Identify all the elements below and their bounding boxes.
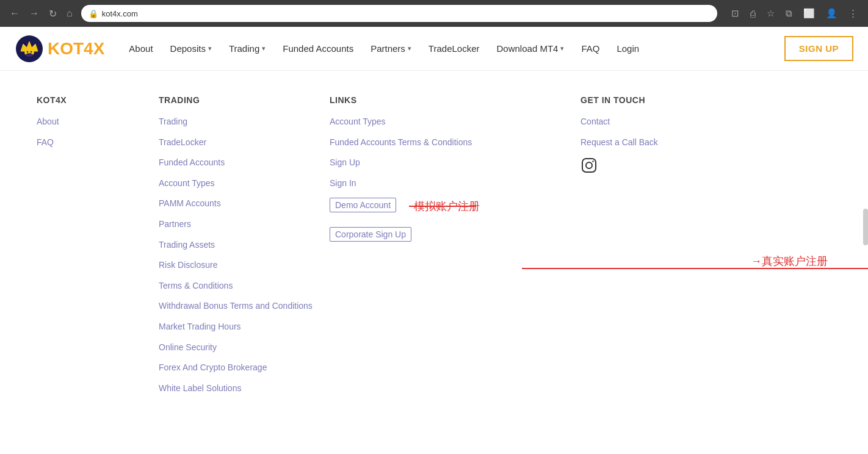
back-button[interactable]: ← <box>7 5 22 21</box>
footer-link-terms[interactable]: Terms & Conditions <box>159 280 317 292</box>
corporate-signup-link[interactable]: Corporate Sign Up <box>330 227 411 242</box>
logo-link[interactable]: KOT4X <box>15 34 104 63</box>
logo-dark: KOT <box>48 39 84 58</box>
svg-point-4 <box>31 51 32 52</box>
browser-nav-controls[interactable]: ← → ↻ ⌂ <box>7 5 75 22</box>
footer-link-callback[interactable]: Request a Call Back <box>580 137 819 149</box>
browser-chrome: ← → ↻ ⌂ 🔒 kot4x.com ⊡ ⎙ ☆ ⧉ ⬜ 👤 ⋮ <box>0 0 868 27</box>
nav-funded-accounts[interactable]: Funded Accounts <box>283 43 353 54</box>
demo-account-link[interactable]: Demo Account <box>330 198 396 212</box>
footer-col4-header: GET IN TOUCH <box>580 95 819 105</box>
svg-point-13 <box>592 160 593 162</box>
deposits-chevron: ▾ <box>208 45 212 52</box>
footer-link-instagram[interactable] <box>580 157 819 178</box>
footer-columns: KOT4X About FAQ TRADING Trading TradeLoc… <box>37 95 831 403</box>
footer-link-trading-assets[interactable]: Trading Assets <box>159 239 317 251</box>
svg-point-3 <box>27 51 28 52</box>
footer-link-forex-crypto[interactable]: Forex And Crypto Brokerage <box>159 362 317 374</box>
footer-col-contact: GET IN TOUCH Contact Request a Call Back <box>580 95 831 403</box>
extension-icon[interactable]: ⧉ <box>783 7 795 20</box>
footer-link-trading[interactable]: Trading <box>159 116 317 128</box>
svg-point-5 <box>26 53 33 57</box>
bookmark-icon[interactable]: ☆ <box>764 7 778 20</box>
footer-link-tradelocker[interactable]: TradeLocker <box>159 137 317 149</box>
home-button[interactable]: ⌂ <box>64 5 75 21</box>
signup-button[interactable]: SIGN UP <box>784 36 853 61</box>
navbar: KOT4X About Deposits ▾ Trading ▾ Funded … <box>0 27 868 71</box>
nav-links: About Deposits ▾ Trading ▾ Funded Accoun… <box>129 43 784 54</box>
footer-link-signup[interactable]: Sign Up <box>330 157 568 169</box>
nav-about[interactable]: About <box>129 43 153 54</box>
address-bar[interactable]: 🔒 kot4x.com <box>81 5 717 22</box>
footer-col-kot4x: KOT4X About FAQ <box>37 95 159 403</box>
nav-download-mt4[interactable]: Download MT4 ▾ <box>497 43 565 54</box>
footer-link-risk-disclosure[interactable]: Risk Disclosure <box>159 259 317 272</box>
share-icon[interactable]: ⎙ <box>747 7 759 20</box>
profile-icon[interactable]: 👤 <box>823 7 841 20</box>
window-icon[interactable]: ⬜ <box>800 7 818 20</box>
nav-tradelocker[interactable]: TradeLocker <box>429 43 480 54</box>
lock-icon: 🔒 <box>89 9 98 18</box>
partners-chevron: ▾ <box>408 45 411 52</box>
footer-col1-header: KOT4X <box>37 95 146 105</box>
demo-account-row: Demo Account 模拟账户注册 <box>330 198 568 220</box>
url-text: kot4x.com <box>102 9 138 18</box>
footer-col2-header: TRADING <box>159 95 317 105</box>
demo-annotation-text: 模拟账户注册 <box>414 199 480 214</box>
footer-link-partners[interactable]: Partners <box>159 218 317 231</box>
footer-link-market-hours[interactable]: Market Trading Hours <box>159 321 317 333</box>
footer-link-funded-terms[interactable]: Funded Accounts Terms & Conditions <box>330 137 568 149</box>
browser-action-area: ⊡ ⎙ ☆ ⧉ ⬜ 👤 ⋮ <box>728 7 861 20</box>
refresh-button[interactable]: ↻ <box>46 5 59 22</box>
footer-link-online-security[interactable]: Online Security <box>159 342 317 354</box>
logo-icon <box>15 34 44 63</box>
footer-col-links: LINKS Account Types Funded Accounts Term… <box>330 95 580 403</box>
menu-icon[interactable]: ⋮ <box>845 7 861 20</box>
footer-link-pamm[interactable]: PAMM Accounts <box>159 198 317 210</box>
trading-chevron: ▾ <box>262 45 266 52</box>
logo-accent: 4X <box>84 39 104 58</box>
svg-rect-11 <box>582 159 596 172</box>
translate-icon[interactable]: ⊡ <box>728 7 742 20</box>
mt4-chevron: ▾ <box>560 45 564 52</box>
logo-text: KOT4X <box>48 39 104 59</box>
main-content: KOT4X About FAQ TRADING Trading TradeLoc… <box>0 71 868 439</box>
footer-link-contact[interactable]: Contact <box>580 116 819 128</box>
footer-link-faq[interactable]: FAQ <box>37 137 146 149</box>
footer-link-signin[interactable]: Sign In <box>330 178 568 190</box>
nav-deposits[interactable]: Deposits ▾ <box>170 43 212 54</box>
scrollbar[interactable] <box>863 209 868 245</box>
footer-link-account-types[interactable]: Account Types <box>159 178 317 190</box>
nav-faq[interactable]: FAQ <box>581 43 599 54</box>
footer-col-trading: TRADING Trading TradeLocker Funded Accou… <box>159 95 330 403</box>
footer-col3-header: LINKS <box>330 95 568 105</box>
footer-link-account-types-links[interactable]: Account Types <box>330 116 568 128</box>
footer-link-white-label[interactable]: White Label Solutions <box>159 383 317 395</box>
nav-login[interactable]: Login <box>617 43 639 54</box>
nav-partners[interactable]: Partners ▾ <box>371 43 411 54</box>
footer-link-about[interactable]: About <box>37 116 146 128</box>
corporate-signup-row: Corporate Sign Up <box>330 227 568 249</box>
footer-link-funded-accounts[interactable]: Funded Accounts <box>159 157 317 169</box>
footer-link-withdrawal-bonus[interactable]: Withdrawal Bonus Terms and Conditions <box>159 300 317 312</box>
instagram-icon <box>580 157 598 174</box>
nav-trading[interactable]: Trading ▾ <box>229 43 266 54</box>
forward-button[interactable]: → <box>27 5 42 21</box>
svg-point-12 <box>586 162 592 168</box>
